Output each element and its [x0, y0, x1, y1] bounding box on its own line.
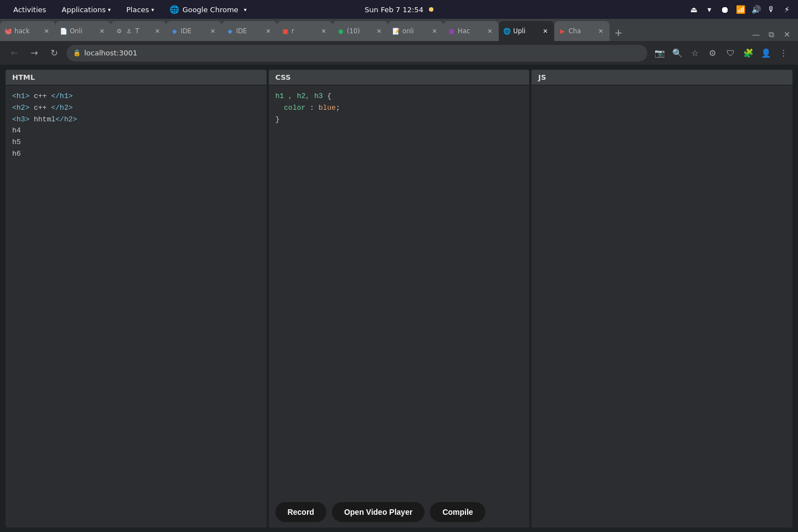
chrome-favicon-icon: 🌐	[170, 5, 179, 14]
tab-hac[interactable]: ■ Hac ✕	[443, 21, 499, 41]
tab-hac-label: Hac	[458, 27, 483, 35]
tab-count-label: (10)	[347, 27, 372, 35]
tab-cha[interactable]: ▶ Cha ✕	[554, 21, 610, 41]
profile-guard-icon[interactable]: 🛡	[723, 45, 738, 61]
tab-r-favicon-icon: ■	[282, 27, 289, 35]
content-area: HTML <h1> c++ </h1> <h2> c++ </h2> <h3> …	[0, 65, 798, 532]
tab-hack-close-icon[interactable]: ✕	[42, 27, 51, 35]
css-panel-label: CSS	[275, 73, 291, 81]
applications-label: Applications	[62, 6, 105, 14]
secure-icon: 🔒	[73, 49, 81, 57]
tab-onli2[interactable]: 📝 onli ✕	[388, 21, 443, 41]
tab-ide1-favicon-icon: ◆	[171, 27, 178, 35]
css-panel: CSS h1 , h2, h3 { color : blue; } Record…	[269, 70, 530, 528]
tab-onli2-favicon-icon: 📝	[392, 27, 400, 35]
tabs-bar: 🐙 hack ✕ 📄 Onli ✕ ⚙ ⚓ T ✕ ◆ IDE ✕ ◆ IDE …	[0, 19, 798, 41]
tab-onli1-favicon-icon: 📄	[60, 27, 68, 35]
eject-icon[interactable]: ⏏	[688, 4, 699, 15]
minimize-button[interactable]: —	[749, 28, 763, 41]
address-bar: ← → ↻ 🔒 localhost:3001 📷 🔍 ☆ ⚙ 🛡 🧩 👤 ⋮	[0, 41, 798, 65]
applications-menu[interactable]: Applications ▾	[54, 0, 118, 19]
dropdown-icon[interactable]: ▾	[704, 4, 715, 15]
forward-button[interactable]: →	[27, 45, 42, 61]
browser-window: 🐙 hack ✕ 📄 Onli ✕ ⚙ ⚓ T ✕ ◆ IDE ✕ ◆ IDE …	[0, 19, 798, 532]
url-bar[interactable]: 🔒 localhost:3001	[66, 45, 647, 62]
activities-label: Activities	[13, 6, 46, 14]
tab-count[interactable]: ● (10) ✕	[332, 21, 388, 41]
tab-t[interactable]: ⚙ ⚓ T ✕	[111, 21, 166, 41]
open-video-player-button[interactable]: Open Video Player	[332, 502, 424, 522]
extensions-icon[interactable]: ⚙	[705, 45, 720, 61]
tab-upli-favicon-icon: 🌐	[503, 27, 511, 35]
tab-r-label: r	[291, 27, 317, 35]
tab-onli1[interactable]: 📄 Onli ✕	[55, 21, 111, 41]
compile-button[interactable]: Compile	[430, 502, 485, 522]
tab-cha-close-icon[interactable]: ✕	[596, 27, 605, 35]
css-panel-footer: Record Open Video Player Compile	[269, 497, 530, 528]
media-icon[interactable]: ⏺	[719, 4, 730, 15]
tab-ide1-label: IDE	[181, 27, 206, 35]
puzzlepiece-icon[interactable]: 🧩	[740, 45, 756, 61]
tab-ide1-close-icon[interactable]: ✕	[208, 27, 217, 35]
tab-onli1-close-icon[interactable]: ✕	[98, 27, 106, 35]
activities-menu[interactable]: Activities	[6, 0, 54, 19]
microphone-icon[interactable]: 🎙	[766, 4, 777, 15]
tab-t-favicon2-icon: ⚓	[125, 27, 133, 35]
tab-upli[interactable]: 🌐 Upli ✕	[499, 21, 554, 41]
browser-menu[interactable]: 🌐 Google Chrome ▾	[162, 0, 254, 19]
html-panel-header: HTML	[6, 70, 267, 85]
places-menu[interactable]: Places ▾	[119, 0, 162, 19]
css-panel-content[interactable]: h1 , h2, h3 { color : blue; }	[269, 85, 530, 497]
tab-ide2-favicon-icon: ◆	[226, 27, 234, 35]
camera-icon[interactable]: 📷	[652, 45, 667, 61]
bookmark-icon[interactable]: ☆	[687, 45, 703, 61]
tab-hack[interactable]: 🐙 hack ✕	[0, 21, 55, 41]
close-button[interactable]: ✕	[780, 28, 794, 41]
window-controls: — ⧉ ✕	[745, 28, 798, 41]
tab-cha-label: Cha	[569, 27, 594, 35]
browser-label: Google Chrome	[182, 6, 238, 14]
js-panel-content[interactable]	[531, 85, 792, 528]
avatar-icon[interactable]: 👤	[758, 45, 774, 61]
html-panel: HTML <h1> c++ </h1> <h2> c++ </h2> <h3> …	[6, 70, 267, 528]
css-panel-header: CSS	[269, 70, 530, 85]
tab-onli2-label: onli	[402, 27, 428, 35]
wifi-icon[interactable]: 📶	[735, 4, 746, 15]
os-topbar: Activities Applications ▾ Places ▾ 🌐 Goo…	[0, 0, 798, 19]
html-panel-label: HTML	[12, 73, 35, 81]
zoom-icon[interactable]: 🔍	[669, 45, 685, 61]
tab-ide1[interactable]: ◆ IDE ✕	[166, 21, 222, 41]
html-panel-content[interactable]: <h1> c++ </h1> <h2> c++ </h2> <h3> hhtml…	[6, 85, 267, 528]
tab-cha-favicon-icon: ▶	[559, 27, 566, 35]
os-bar-left: Activities Applications ▾ Places ▾ 🌐 Goo…	[6, 0, 254, 19]
js-panel-label: JS	[538, 73, 546, 81]
tab-ide2-label: IDE	[236, 27, 262, 35]
tab-hac-close-icon[interactable]: ✕	[485, 27, 494, 35]
menu-icon[interactable]: ⋮	[776, 45, 791, 61]
tab-onli2-close-icon[interactable]: ✕	[430, 27, 439, 35]
js-panel-header: JS	[531, 70, 792, 85]
places-label: Places	[126, 6, 149, 14]
tab-ide2[interactable]: ◆ IDE ✕	[222, 21, 277, 41]
tab-hack-label: hack	[14, 27, 40, 35]
tab-count-close-icon[interactable]: ✕	[375, 27, 383, 35]
maximize-button[interactable]: ⧉	[765, 28, 778, 41]
applications-arrow-icon: ▾	[108, 7, 111, 13]
power-icon[interactable]: ⚡	[781, 4, 792, 15]
status-dot-icon	[429, 7, 433, 12]
new-tab-button[interactable]: +	[610, 23, 627, 41]
js-panel: JS	[531, 70, 792, 528]
tab-r[interactable]: ■ r ✕	[277, 21, 332, 41]
tab-upli-close-icon[interactable]: ✕	[541, 27, 550, 35]
tab-r-close-icon[interactable]: ✕	[319, 27, 328, 35]
record-button[interactable]: Record	[275, 502, 326, 522]
back-button[interactable]: ←	[7, 45, 22, 61]
volume-icon[interactable]: 🔊	[750, 4, 761, 15]
tab-ide2-close-icon[interactable]: ✕	[264, 27, 273, 35]
refresh-button[interactable]: ↻	[47, 45, 62, 61]
places-arrow-icon: ▾	[151, 7, 154, 13]
tab-hac-favicon-icon: ■	[448, 27, 456, 35]
tab-t-close-icon[interactable]: ✕	[153, 27, 162, 35]
url-text: localhost:3001	[84, 49, 137, 57]
tab-t-label: T	[135, 27, 151, 35]
